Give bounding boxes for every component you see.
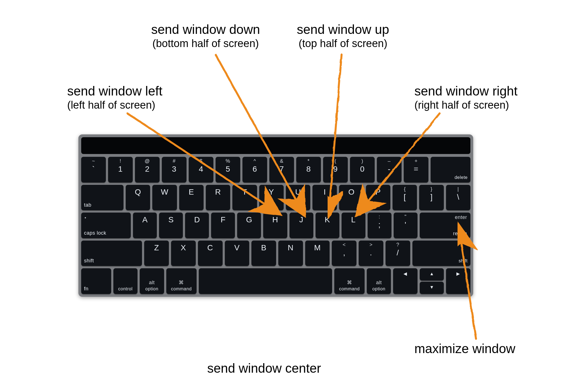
key-8[interactable]: *8 bbox=[296, 157, 321, 183]
key-[[interactable]: {[ bbox=[393, 185, 417, 211]
key-;[interactable]: :; bbox=[368, 213, 391, 238]
key-shift-left[interactable]: shift bbox=[81, 241, 142, 266]
key-return[interactable]: enterreturn bbox=[420, 213, 470, 238]
key-option-right[interactable]: altoption bbox=[367, 268, 391, 294]
key-,[interactable]: <, bbox=[332, 241, 356, 266]
key--[interactable]: –- bbox=[377, 157, 402, 183]
annotation-right-sub: (right half of screen) bbox=[414, 99, 517, 111]
key-9[interactable]: (9 bbox=[323, 157, 348, 183]
key-arrow-up[interactable]: ▲ bbox=[420, 268, 444, 281]
key-F[interactable]: F bbox=[211, 213, 235, 238]
annotation-down-title: send window down bbox=[151, 22, 260, 37]
key-S[interactable]: S bbox=[159, 213, 183, 238]
key-0[interactable]: )0 bbox=[350, 157, 375, 183]
key-Y[interactable]: Y bbox=[259, 185, 284, 211]
key-\[interactable]: |\ bbox=[446, 185, 470, 211]
key-Z[interactable]: Z bbox=[144, 241, 169, 266]
key-fn[interactable]: fn bbox=[81, 268, 111, 294]
row-qwerty: tabQWERTYUIOP{[}]|\ bbox=[81, 185, 470, 211]
key-tab[interactable]: tab bbox=[81, 185, 123, 211]
touch-bar bbox=[81, 137, 470, 154]
annotation-up: send window up (top half of screen) bbox=[297, 22, 389, 49]
keyboard: ~`!1@2#3$4%5^6&7*8(9)0–-+=delete tabQWER… bbox=[78, 134, 473, 297]
key-2[interactable]: @2 bbox=[135, 157, 160, 183]
key-=[interactable]: += bbox=[404, 157, 428, 183]
annotation-left: send window left (left half of screen) bbox=[67, 84, 162, 111]
key-K[interactable]: K bbox=[316, 213, 339, 238]
annotation-max-title: maximize window bbox=[414, 342, 515, 356]
row-modifiers: fncontrolaltoption⌘command⌘commandaltopt… bbox=[81, 268, 470, 294]
key-`[interactable]: ~` bbox=[81, 157, 106, 183]
key-Q[interactable]: Q bbox=[126, 185, 150, 211]
key-U[interactable]: U bbox=[286, 185, 310, 211]
key-E[interactable]: E bbox=[179, 185, 204, 211]
key-4[interactable]: $4 bbox=[189, 157, 213, 183]
annotation-down: send window down (bottom half of screen) bbox=[151, 22, 260, 49]
key-A[interactable]: A bbox=[133, 213, 157, 238]
keyboard-rows: ~`!1@2#3$4%5^6&7*8(9)0–-+=delete tabQWER… bbox=[81, 157, 470, 294]
annotation-center: send window center bbox=[207, 361, 321, 375]
annotation-left-sub: (left half of screen) bbox=[67, 99, 162, 111]
annotation-right-title: send window right bbox=[414, 84, 517, 98]
key-arrow-left[interactable]: ◀ bbox=[393, 268, 417, 294]
key-C[interactable]: C bbox=[198, 241, 223, 266]
annotation-right: send window right (right half of screen) bbox=[414, 84, 517, 111]
key-O[interactable]: O bbox=[339, 185, 363, 211]
key-command-left[interactable]: ⌘command bbox=[166, 268, 197, 294]
row-bottom-letters: shiftZXCVBNM<,>.?/shift bbox=[81, 241, 470, 266]
key-V[interactable]: V bbox=[225, 241, 249, 266]
key-W[interactable]: W bbox=[152, 185, 177, 211]
key-R[interactable]: R bbox=[206, 185, 230, 211]
key-N[interactable]: N bbox=[278, 241, 303, 266]
key-T[interactable]: T bbox=[232, 185, 257, 211]
key-D[interactable]: D bbox=[185, 213, 209, 238]
key-7[interactable]: &7 bbox=[269, 157, 294, 183]
annotation-up-title: send window up bbox=[297, 22, 389, 37]
annotation-up-sub: (top half of screen) bbox=[297, 38, 389, 50]
key-1[interactable]: !1 bbox=[108, 157, 133, 183]
key-arrow-down[interactable]: ▼ bbox=[420, 282, 444, 294]
row-home: caps lock•ASDFGHJKL:;"'enterreturn bbox=[81, 213, 470, 238]
key-J[interactable]: J bbox=[290, 213, 313, 238]
row-numbers: ~`!1@2#3$4%5^6&7*8(9)0–-+=delete bbox=[81, 157, 470, 183]
key-arrow-right[interactable]: ▶ bbox=[446, 268, 470, 294]
key-option-left[interactable]: altoption bbox=[140, 268, 164, 294]
key-3[interactable]: #3 bbox=[162, 157, 186, 183]
key-B[interactable]: B bbox=[251, 241, 276, 266]
annotation-left-title: send window left bbox=[67, 84, 162, 98]
key-caps-lock[interactable]: caps lock• bbox=[81, 213, 131, 238]
key-G[interactable]: G bbox=[237, 213, 261, 238]
annotation-down-sub: (bottom half of screen) bbox=[151, 38, 260, 50]
key-X[interactable]: X bbox=[171, 241, 196, 266]
key-space[interactable] bbox=[199, 268, 332, 294]
key-H[interactable]: H bbox=[263, 213, 287, 238]
key-P[interactable]: P bbox=[366, 185, 390, 211]
annotation-center-title: send window center bbox=[207, 361, 321, 375]
key-delete[interactable]: delete bbox=[431, 157, 470, 183]
annotation-max: maximize window bbox=[414, 342, 515, 356]
key-M[interactable]: M bbox=[305, 241, 330, 266]
key-/[interactable]: ?/ bbox=[386, 241, 410, 266]
key-'[interactable]: "' bbox=[394, 213, 417, 238]
key-.[interactable]: >. bbox=[359, 241, 383, 266]
key-5[interactable]: %5 bbox=[216, 157, 240, 183]
key-I[interactable]: I bbox=[312, 185, 337, 211]
key-L[interactable]: L bbox=[342, 213, 365, 238]
key-command-right[interactable]: ⌘command bbox=[334, 268, 365, 294]
key-6[interactable]: ^6 bbox=[242, 157, 267, 183]
key-shift-right[interactable]: shift bbox=[412, 241, 470, 266]
key-][interactable]: }] bbox=[419, 185, 444, 211]
key-control[interactable]: control bbox=[113, 268, 138, 294]
